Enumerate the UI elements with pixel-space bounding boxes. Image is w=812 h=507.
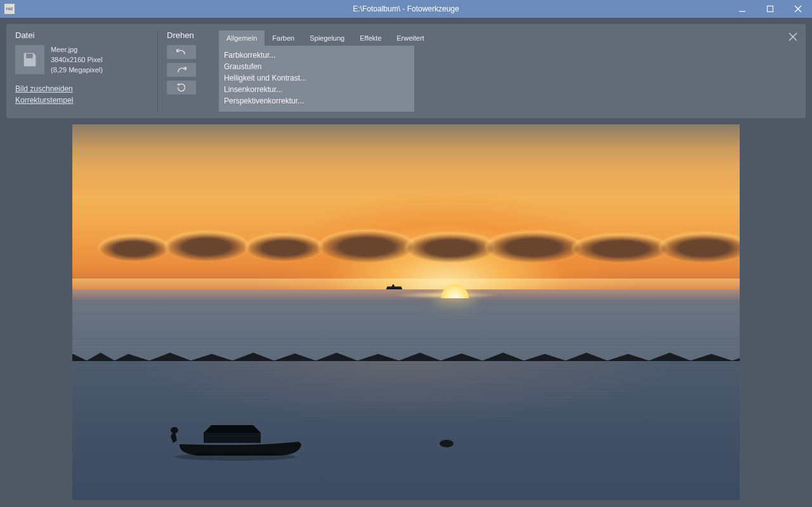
close-icon: [789, 32, 797, 41]
redo-arrow-icon: [175, 65, 188, 74]
menu-linsenkorrektur[interactable]: Linsenkorrektur...: [224, 84, 409, 95]
file-megapixel: (8,29 Megapixel): [51, 65, 103, 76]
window-title: E:\Fotoalbum\ - Fotowerkzeuge: [353, 4, 459, 13]
adjust-tabs-section: Allgemein Farben Spiegelung Effekte Erwe…: [219, 24, 432, 118]
menu-graustufen[interactable]: Graustufen: [224, 61, 409, 72]
svg-point-8: [175, 453, 296, 461]
close-button[interactable]: [784, 0, 812, 18]
tab-strip: Allgemein Farben Spiegelung Effekte Erwe…: [219, 30, 432, 46]
floppy-icon: [21, 51, 39, 69]
file-dimensions: 3840x2160 Pixel: [51, 55, 103, 65]
tab-farben[interactable]: Farben: [265, 30, 302, 46]
menu-helligkeit-kontrast[interactable]: Helligkeit und Kontrast...: [224, 72, 409, 84]
menu-perspektivenkorrektur[interactable]: Perspektivenkorrektur...: [224, 95, 409, 107]
svg-rect-1: [768, 6, 773, 12]
minimize-button[interactable]: [728, 0, 756, 18]
canvas-area: [6, 124, 806, 500]
maximize-button[interactable]: [756, 0, 784, 18]
tab-effekte[interactable]: Effekte: [352, 30, 389, 46]
panel-close-button[interactable]: [787, 30, 799, 43]
clone-stamp-link[interactable]: Korrekturstempel: [15, 96, 148, 105]
app-icon: FWZ: [4, 3, 15, 15]
svg-point-7: [171, 427, 178, 433]
rotate-section: Drehen: [158, 24, 219, 118]
menu-farbkorrektur[interactable]: Farbkorrektur...: [224, 49, 409, 61]
tab-body: Farbkorrektur... Graustufen Helligkeit u…: [219, 46, 414, 112]
tab-erweitert[interactable]: Erweitert: [389, 30, 431, 46]
file-meta: Meer.jpg 3840x2160 Pixel (8,29 Megapixel…: [51, 45, 103, 76]
window-controls: [728, 0, 812, 18]
rotate-ccw-button[interactable]: [167, 45, 196, 59]
rotate-full-button[interactable]: [167, 81, 196, 95]
tab-allgemein[interactable]: Allgemein: [219, 30, 265, 46]
toolbar-panel: Datei Meer.jpg 3840x2160 Pixel (8,29 Meg…: [6, 24, 806, 118]
rotate-section-title: Drehen: [167, 30, 210, 40]
save-button[interactable]: [15, 45, 44, 74]
file-section: Datei Meer.jpg 3840x2160 Pixel (8,29 Meg…: [6, 24, 157, 118]
undo-arrow-icon: [175, 48, 188, 56]
image-preview[interactable]: [72, 124, 740, 500]
rotate-cw-button[interactable]: [167, 63, 196, 77]
crop-link[interactable]: Bild zuschneiden: [15, 84, 148, 93]
file-name: Meer.jpg: [51, 45, 103, 55]
file-section-title: Datei: [15, 30, 148, 40]
svg-rect-4: [30, 55, 31, 58]
title-bar: FWZ E:\Fotoalbum\ - Fotowerkzeuge: [0, 0, 812, 18]
tab-spiegelung[interactable]: Spiegelung: [302, 30, 352, 46]
rotate-cycle-icon: [175, 82, 188, 93]
